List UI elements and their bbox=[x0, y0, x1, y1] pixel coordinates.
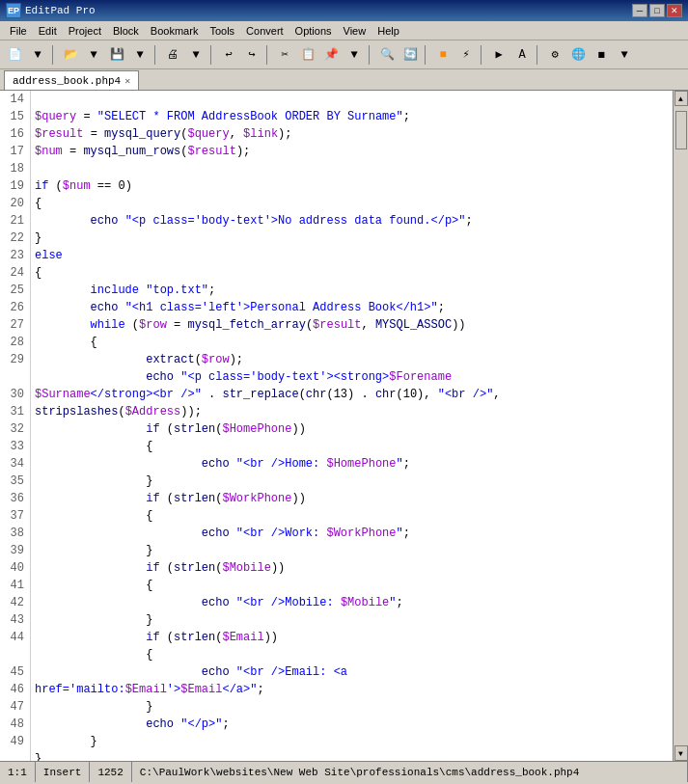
toolbar: 📄 ▼ 📂 ▼ 💾 ▼ 🖨 ▼ ↩ ↪ ✂ 📋 📌 ▼ 🔍 🔄 ■ ⚡ ▶ A … bbox=[0, 41, 688, 69]
menu-block[interactable]: Block bbox=[107, 21, 145, 40]
run-button[interactable]: ▶ bbox=[488, 44, 509, 66]
dropdown-new[interactable]: ▼ bbox=[27, 44, 48, 66]
close-button[interactable]: ✕ bbox=[667, 4, 682, 17]
font-button[interactable]: A bbox=[511, 44, 533, 66]
search-button[interactable]: 🔍 bbox=[376, 44, 398, 66]
edit-mode: Insert bbox=[36, 762, 91, 782]
menu-bar: File Edit Project Block Bookmark Tools C… bbox=[0, 21, 688, 41]
sep1 bbox=[52, 45, 56, 65]
chars-label: 1252 bbox=[97, 767, 123, 778]
tab-label: address_book.php4 bbox=[13, 75, 121, 87]
open-button[interactable]: 📂 bbox=[60, 44, 81, 66]
menu-convert[interactable]: Convert bbox=[240, 21, 289, 40]
tab-address-book[interactable]: address_book.php4 ✕ bbox=[4, 70, 139, 90]
dropdown-print[interactable]: ▼ bbox=[185, 44, 206, 66]
menu-bookmark[interactable]: Bookmark bbox=[145, 21, 205, 40]
sep8 bbox=[537, 45, 540, 65]
settings-button[interactable]: ⚙ bbox=[544, 44, 565, 66]
scroll-down-button[interactable]: ▼ bbox=[674, 745, 688, 761]
cut-button[interactable]: ✂ bbox=[274, 44, 295, 66]
tab-bar: address_book.php4 ✕ bbox=[0, 69, 688, 91]
mode-label: Insert bbox=[43, 767, 82, 778]
web-button[interactable]: 🌐 bbox=[567, 44, 589, 66]
sep4 bbox=[266, 45, 270, 65]
replace-button[interactable]: 🔄 bbox=[399, 44, 421, 66]
minimize-button[interactable]: ─ bbox=[632, 4, 647, 17]
special-button[interactable]: ⚡ bbox=[455, 44, 477, 66]
sep2 bbox=[154, 45, 158, 65]
code-area: 14 15 16 17 18 19 20 21 22 23 24 25 26 2… bbox=[0, 91, 688, 761]
line-col: 1:1 bbox=[8, 767, 27, 778]
vertical-scrollbar[interactable]: ▲ ▼ bbox=[673, 91, 688, 761]
app-icon: EP bbox=[6, 3, 21, 18]
scroll-up-button[interactable]: ▲ bbox=[674, 91, 688, 106]
path-label: C:\PaulWork\websites\New Web Site\profes… bbox=[140, 767, 579, 778]
sep6 bbox=[425, 45, 428, 65]
cursor-position: 1:1 bbox=[0, 762, 36, 782]
menu-help[interactable]: Help bbox=[372, 21, 405, 40]
scroll-thumb[interactable] bbox=[675, 111, 687, 149]
redo-button[interactable]: ↪ bbox=[241, 44, 262, 66]
extra2-button[interactable]: ▼ bbox=[614, 44, 635, 66]
code-content[interactable]: $query = "SELECT * FROM AddressBook ORDE… bbox=[31, 91, 673, 761]
char-count: 1252 bbox=[90, 762, 131, 782]
sep7 bbox=[481, 45, 484, 65]
menu-view[interactable]: View bbox=[338, 21, 372, 40]
dropdown-save[interactable]: ▼ bbox=[129, 44, 151, 66]
status-bar: 1:1 Insert 1252 C:\PaulWork\websites\New… bbox=[0, 761, 688, 782]
title-bar-controls: ─ □ ✕ bbox=[632, 4, 682, 17]
menu-file[interactable]: File bbox=[4, 21, 33, 40]
save-button[interactable]: 💾 bbox=[106, 44, 127, 66]
paste-dropdown[interactable]: ▼ bbox=[344, 44, 365, 66]
title-bar-left: EP EditPad Pro bbox=[6, 3, 96, 18]
highlight-button[interactable]: ■ bbox=[432, 44, 454, 66]
title-bar: EP EditPad Pro ─ □ ✕ bbox=[0, 0, 688, 21]
menu-edit[interactable]: Edit bbox=[33, 21, 63, 40]
copy-button[interactable]: 📋 bbox=[297, 44, 318, 66]
new-button[interactable]: 📄 bbox=[4, 44, 25, 66]
extra-button[interactable]: ◼ bbox=[591, 44, 612, 66]
menu-options[interactable]: Options bbox=[289, 21, 338, 40]
tab-close-icon[interactable]: ✕ bbox=[124, 75, 130, 87]
paste-button[interactable]: 📌 bbox=[320, 44, 342, 66]
dropdown-open[interactable]: ▼ bbox=[83, 44, 104, 66]
maximize-button[interactable]: □ bbox=[649, 4, 665, 17]
undo-button[interactable]: ↩ bbox=[218, 44, 239, 66]
menu-project[interactable]: Project bbox=[63, 21, 107, 40]
scroll-track[interactable] bbox=[674, 106, 688, 745]
menu-tools[interactable]: Tools bbox=[204, 21, 240, 40]
print-button[interactable]: 🖨 bbox=[162, 44, 183, 66]
sep5 bbox=[369, 45, 372, 65]
sep3 bbox=[210, 45, 214, 65]
line-numbers: 14 15 16 17 18 19 20 21 22 23 24 25 26 2… bbox=[0, 91, 31, 761]
file-path: C:\PaulWork\websites\New Web Site\profes… bbox=[132, 762, 688, 782]
app-title: EditPad Pro bbox=[25, 5, 96, 16]
